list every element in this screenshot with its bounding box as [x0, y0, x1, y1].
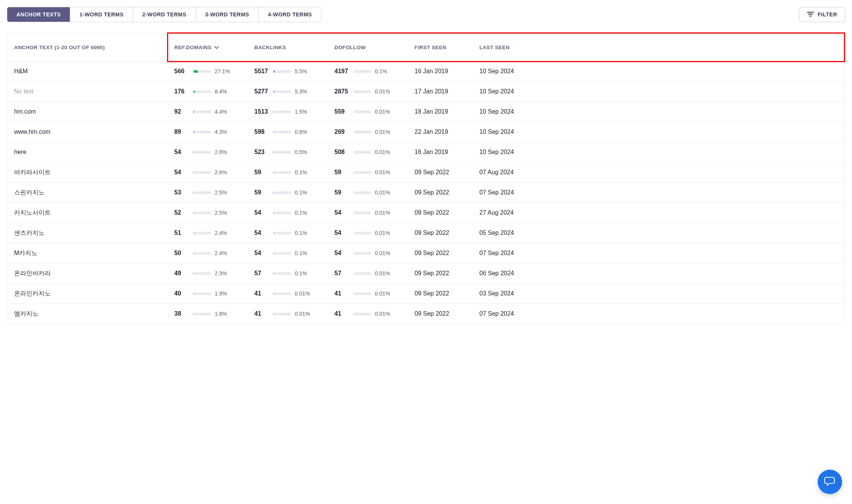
cell-backlinks: 54 0.1%: [248, 209, 328, 216]
cell-last-seen: 10 Sep 2024: [473, 108, 845, 115]
col-header-backlinks[interactable]: BACKLINKS: [248, 45, 328, 50]
cell-percent: 0.01%: [295, 291, 310, 297]
cell-value: 59: [334, 169, 350, 176]
cell-value: 89: [174, 128, 190, 135]
cell-value: 57: [254, 270, 270, 277]
cell-value: 41: [254, 310, 270, 317]
progress-bar: [193, 252, 211, 255]
cell-percent: 0.01%: [375, 311, 390, 317]
cell-value: 59: [254, 169, 270, 176]
filter-button[interactable]: FILTER: [799, 7, 845, 22]
cell-refdomains: 50 2.4%: [167, 250, 248, 257]
tab-4[interactable]: 4-WORD TERMS: [259, 7, 321, 22]
progress-bar: [354, 272, 371, 275]
cell-backlinks: 1513 1.5%: [248, 108, 328, 115]
cell-percent: 2.3%: [215, 270, 227, 276]
filter-label: FILTER: [818, 11, 837, 18]
table-row[interactable]: No text 176 8.4% 5277 5.3% 2875 0.01% 17…: [7, 81, 845, 101]
cell-dofollow: 269 0.01%: [328, 128, 408, 135]
cell-dofollow: 4197 0.1%: [328, 68, 408, 75]
cell-percent: 1.8%: [215, 311, 227, 317]
table-row[interactable]: www.hm.com 89 4.3% 598 0.6% 269 0.01% 22…: [7, 122, 845, 142]
cell-value: 598: [254, 128, 270, 135]
tab-0[interactable]: ANCHOR TEXTS: [7, 7, 70, 22]
progress-bar: [354, 90, 371, 93]
cell-value: 50: [174, 250, 190, 257]
col-header-refdomains[interactable]: REF.DOMAINS: [167, 45, 248, 50]
col-header-first-seen[interactable]: FIRST SEEN: [408, 45, 473, 50]
cell-value: 54: [334, 230, 350, 236]
cell-value: 53: [174, 189, 190, 196]
cell-percent: 0.01%: [375, 149, 390, 155]
cell-dofollow: 57 0.01%: [328, 270, 408, 277]
table-row[interactable]: 바카라사이트 54 2.6% 59 0.1% 59 0.01% 09 Sep 2…: [7, 162, 845, 182]
cell-first-seen: 09 Sep 2022: [408, 290, 473, 297]
col-header-anchor[interactable]: ANCHOR TEXT (1-20 OUT OF 6095): [7, 45, 167, 50]
cell-percent: 27.1%: [215, 68, 230, 74]
cell-percent: 2.6%: [215, 149, 227, 155]
table-row[interactable]: 온라인카지노 40 1.9% 41 0.01% 41 0.01% 09 Sep …: [7, 283, 845, 303]
col-header-refdomains-label: REF.DOMAINS: [174, 45, 211, 50]
cell-value: 54: [254, 209, 270, 216]
progress-bar: [193, 292, 211, 295]
tab-2[interactable]: 2-WORD TERMS: [133, 7, 196, 22]
cell-refdomains: 53 2.5%: [167, 189, 248, 196]
progress-bar: [354, 292, 371, 295]
col-header-last-seen[interactable]: LAST SEEN: [473, 45, 845, 50]
anchor-text: 엠카지노: [14, 310, 39, 318]
cell-first-seen: 18 Jan 2019: [408, 108, 473, 115]
chevron-down-icon: [214, 45, 219, 50]
cell-first-seen: 16 Jan 2019: [408, 68, 473, 75]
table-row[interactable]: 엠카지노 38 1.8% 41 0.01% 41 0.01% 09 Sep 20…: [7, 303, 845, 324]
cell-backlinks: 41 0.01%: [248, 310, 328, 317]
progress-bar: [273, 111, 291, 113]
cell-last-seen: 07 Sep 2024: [473, 250, 845, 257]
cell-last-seen: 05 Sep 2024: [473, 230, 845, 236]
cell-value: 92: [174, 108, 190, 115]
cell-backlinks: 5277 5.3%: [248, 88, 328, 95]
table-row[interactable]: hm.com 92 4.4% 1513 1.5% 559 0.01% 18 Ja…: [7, 101, 845, 122]
cell-value: 41: [334, 310, 350, 317]
cell-last-seen: 10 Sep 2024: [473, 88, 845, 95]
cell-percent: 0.01%: [375, 189, 390, 196]
cell-anchor: 바카라사이트: [7, 169, 167, 177]
tab-1[interactable]: 1-WORD TERMS: [70, 7, 133, 22]
cell-anchor: No text: [7, 88, 167, 95]
col-header-anchor-label: ANCHOR TEXT (1-20 OUT OF 6095): [14, 45, 105, 50]
cell-anchor: M카지노: [7, 249, 167, 257]
progress-bar: [273, 212, 291, 214]
table-row[interactable]: H&M 566 27.1% 5517 5.5% 4197 0.1% 16 Jan…: [7, 61, 845, 81]
cell-percent: 0.1%: [295, 210, 307, 216]
cell-dofollow: 59 0.01%: [328, 169, 408, 176]
table-row[interactable]: here 54 2.6% 523 0.5% 508 0.01% 16 Jan 2…: [7, 142, 845, 162]
table-row[interactable]: 샌즈카지노 51 2.4% 54 0.1% 54 0.01% 09 Sep 20…: [7, 223, 845, 243]
cell-first-seen: 09 Sep 2022: [408, 310, 473, 317]
progress-bar: [193, 232, 211, 234]
anchor-text: 카지노사이트: [14, 209, 51, 217]
tab-3[interactable]: 3-WORD TERMS: [196, 7, 259, 22]
anchor-text: 샌즈카지노: [14, 229, 45, 237]
filter-icon: [807, 11, 814, 18]
cell-percent: 4.3%: [215, 129, 227, 135]
col-header-dofollow[interactable]: DOFOLLOW: [328, 45, 408, 50]
table-header-row: ANCHOR TEXT (1-20 OUT OF 6095) REF.DOMAI…: [7, 34, 845, 61]
table-wrapper: ANCHOR TEXT (1-20 OUT OF 6095) REF.DOMAI…: [7, 34, 845, 324]
cell-value: 176: [174, 88, 190, 95]
cell-dofollow: 2875 0.01%: [328, 88, 408, 95]
progress-bar: [273, 171, 291, 174]
progress-bar: [273, 292, 291, 295]
cell-value: 41: [334, 290, 350, 297]
table-row[interactable]: M카지노 50 2.4% 54 0.1% 54 0.01% 09 Sep 202…: [7, 243, 845, 263]
cell-backlinks: 57 0.1%: [248, 270, 328, 277]
table-row[interactable]: 온라인바카라 49 2.3% 57 0.1% 57 0.01% 09 Sep 2…: [7, 263, 845, 283]
cell-anchor: 온라인카지노: [7, 290, 167, 298]
cell-percent: 0.01%: [375, 230, 390, 236]
cell-refdomains: 38 1.8%: [167, 310, 248, 317]
svg-rect-2: [809, 16, 812, 16]
cell-percent: 0.01%: [375, 169, 390, 175]
table-row[interactable]: 카지노사이트 52 2.5% 54 0.1% 54 0.01% 09 Sep 2…: [7, 202, 845, 223]
progress-bar: [354, 212, 371, 214]
table-row[interactable]: 스핀카지노 53 2.5% 59 0.1% 59 0.01% 09 Sep 20…: [7, 182, 845, 202]
progress-bar: [193, 171, 211, 174]
cell-value: 41: [254, 290, 270, 297]
